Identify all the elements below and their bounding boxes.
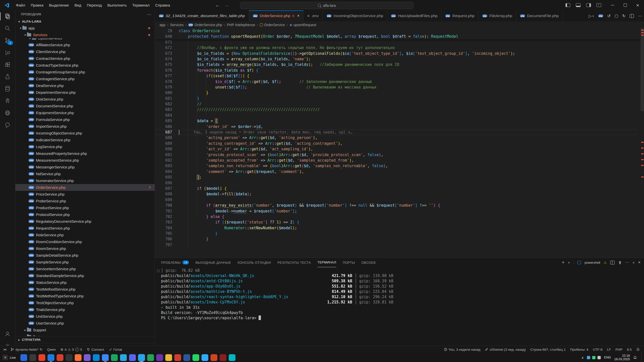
file-ProtocolService.php[interactable]: phpProtocolService.php xyxy=(15,211,155,218)
step-forward-icon[interactable]: ↻ xyxy=(622,14,626,18)
menu-Выполнить[interactable]: Выполнить xyxy=(105,2,130,8)
status-intelephense-ready[interactable]: Готов xyxy=(106,348,124,351)
file-DealService.php[interactable]: phpDealService.php xyxy=(15,82,155,89)
folder-Support[interactable]: ▸Support xyxy=(15,327,155,333)
activity-account-icon[interactable] xyxy=(0,328,15,340)
file-DepartmentService.php[interactable]: phpDepartmentService.php xyxy=(15,89,155,96)
new-terminal-button[interactable]: + xyxy=(562,260,565,265)
more-actions-icon[interactable]: ⋯ xyxy=(638,14,642,18)
breadcrumb[interactable]: app›Services›phpOrderService.php›PHP Int… xyxy=(155,21,644,28)
window-close-button[interactable]: × xyxy=(631,0,644,10)
menu-Правка[interactable]: Правка xyxy=(28,2,46,8)
keyboard-language[interactable]: ENG xyxy=(604,356,611,359)
taskbar-app-15[interactable] xyxy=(147,354,154,361)
file-RegulatoryDocumentService.php[interactable]: phpRegulatoryDocumentService.php xyxy=(15,218,155,225)
taskbar-app-6[interactable] xyxy=(66,354,72,361)
menu-Выделение[interactable]: Выделение xyxy=(46,2,72,8)
activity-database-icon[interactable] xyxy=(0,83,15,95)
section-СТРУКТУРА[interactable]: ▸СТРУКТУРА xyxy=(15,336,155,343)
status-db-connect[interactable]: Connect xyxy=(84,348,106,351)
status-eol[interactable]: LF xyxy=(605,348,613,351)
file-ContragentGroupService.php[interactable]: phpContragentGroupService.php xyxy=(15,69,155,75)
workspace-root-section[interactable]: ▾ ALFA-LARA xyxy=(15,18,155,25)
toggle-sidebar-icon[interactable] xyxy=(566,3,570,7)
tray-icon-3[interactable] xyxy=(597,356,601,359)
sticky-scroll[interactable]: 29class OrderService640 protected functi… xyxy=(155,28,640,39)
tray-chevron-icon[interactable]: ∧ xyxy=(581,356,584,359)
file-EquipmentService.php[interactable]: phpEquipmentService.php xyxy=(15,109,155,116)
folder-app[interactable]: ▾app xyxy=(15,25,155,31)
toggle-panel-icon[interactable] xyxy=(576,3,581,7)
activity-chat-icon[interactable] xyxy=(0,119,15,131)
file-ImportService.php[interactable]: phpImportService.php xyxy=(15,123,155,130)
explorer-more-actions-icon[interactable]: ⋯ xyxy=(147,12,151,17)
panel-tab-КОНСОЛЬ ОТЛАДКИ[interactable]: КОНСОЛЬ ОТЛАДКИ xyxy=(237,258,271,267)
breadcrumb-PHP Intelephense[interactable]: PHP Intelephense xyxy=(227,23,255,27)
status-file-blame[interactable]: sShemet (3 нед. назад) xyxy=(482,348,528,351)
status-php-version[interactable]: 8.5 xyxy=(625,348,634,351)
breadcrumb-Services[interactable]: Services xyxy=(170,23,184,27)
nav-back-button[interactable]: ← xyxy=(215,3,220,8)
status-encoding[interactable]: UTF-8 xyxy=(590,348,605,351)
taskbar-app-20[interactable] xyxy=(192,354,199,361)
status-blame-current-line[interactable]: You, 3 недели назад xyxy=(441,348,483,351)
file-AffiliatesService.php[interactable]: phpAffiliatesService.php xyxy=(15,41,155,48)
file-NumeratorService.php[interactable]: phpNumeratorService.php xyxy=(15,177,155,184)
taskbar-app-8[interactable] xyxy=(84,354,91,361)
close-icon[interactable]: × xyxy=(297,14,299,18)
taskbar-app-3[interactable] xyxy=(38,354,45,361)
split-terminal-icon[interactable] xyxy=(610,261,615,264)
taskbar-app-1[interactable] xyxy=(20,354,27,361)
file-ContractService.php[interactable]: phpContractService.php xyxy=(15,55,155,62)
taskbar-app-9[interactable] xyxy=(93,354,100,361)
terminal-dropdown-icon[interactable]: ∨ xyxy=(568,261,570,264)
menu-Справка[interactable]: Справка xyxy=(152,2,173,8)
taskbar-app-19[interactable] xyxy=(183,354,190,361)
maximize-panel-icon[interactable]: ∧ xyxy=(633,261,635,264)
file-SampleService.php[interactable]: phpSampleService.php xyxy=(15,259,155,265)
file-TrialsService.php[interactable]: phpTrialsService.php xyxy=(15,306,155,313)
tab-IncomingObjectsService.php[interactable]: phpIncomingObjectsService.php xyxy=(323,10,387,21)
activity-browser-globe-icon[interactable] xyxy=(0,107,15,119)
close-panel-icon[interactable]: × xyxy=(638,260,640,265)
file-RoleService.php[interactable]: phpRoleService.php xyxy=(15,232,155,238)
panel-tab-ПОРТЫ[interactable]: ПОРТЫ xyxy=(343,258,355,267)
file-LogService.php[interactable]: phpLogService.php xyxy=(15,143,155,150)
file-UserService.php[interactable]: phpUserService.php xyxy=(15,320,155,327)
tab-HasUploadedFiles.php[interactable]: phpHasUploadedFiles.php xyxy=(387,10,441,21)
file-ClientService.php[interactable]: phpClientService.php xyxy=(15,48,155,55)
panel-more-actions-icon[interactable]: ⋯ xyxy=(625,260,629,265)
tab-02_134429_create_document_files_table.php[interactable]: php02_134429_create_document_files_table… xyxy=(155,10,249,21)
taskbar-app-13[interactable] xyxy=(129,354,136,361)
command-center-search[interactable]: alfa-lara xyxy=(240,2,414,9)
taskbar-app-2[interactable] xyxy=(29,354,36,361)
step-back-icon[interactable]: ↺ xyxy=(607,14,611,18)
panel-tab-DBCODE[interactable]: DBCODE xyxy=(361,258,376,267)
status-cursor-position[interactable]: Строка 687, столбец 1 xyxy=(528,348,568,351)
window-minimize-button[interactable]: ─ xyxy=(606,0,619,10)
taskbar-app-21[interactable] xyxy=(202,354,208,361)
tab-FileArray.php[interactable]: phpFileArray.php xyxy=(478,10,516,21)
activity-source-control-icon[interactable]: 1 xyxy=(0,34,15,47)
breadcrumb-upsertRequest[interactable]: ◈upsertRequest xyxy=(290,23,316,27)
status-qwen[interactable]: Qwen xyxy=(45,348,58,351)
tab-OrderService.php[interactable]: phpOrderService.php9× xyxy=(249,10,304,21)
file-RoomConditionService.php[interactable]: phpRoomConditionService.php xyxy=(15,238,155,245)
menu-Файл[interactable]: Файл xyxy=(13,2,28,8)
taskbar-app-4[interactable] xyxy=(48,354,54,361)
record-icon[interactable]: ◯ xyxy=(615,14,618,18)
file-TestObjectService.php[interactable]: phpTestObjectService.php xyxy=(15,299,155,306)
taskbar-app-14[interactable] xyxy=(138,354,145,361)
breadcrumb-OrderService.php[interactable]: phpOrderService.php xyxy=(188,23,222,27)
file-IncomingObjectService.php[interactable]: phpIncomingObjectService.php xyxy=(15,130,155,137)
file-DocumentService.php[interactable]: phpDocumentService.php xyxy=(15,103,155,109)
taskbar-app-18[interactable] xyxy=(174,354,181,361)
file-MessengerService.php[interactable]: phpMessengerService.php xyxy=(15,164,155,170)
terminal-output[interactable]: │ gzip: 76.82 kBpublic/build/assets/Univ… xyxy=(155,267,644,321)
run-button[interactable]: ▷∨ xyxy=(589,14,594,18)
window-maximize-button[interactable] xyxy=(619,0,631,10)
file-ContragentService.php[interactable]: phpContragentService.php xyxy=(15,75,155,82)
taskbar-app-11[interactable] xyxy=(111,354,118,361)
file-PriceService.php[interactable]: phpPriceService.php xyxy=(15,191,155,198)
activity-extensions-icon[interactable] xyxy=(0,59,15,71)
